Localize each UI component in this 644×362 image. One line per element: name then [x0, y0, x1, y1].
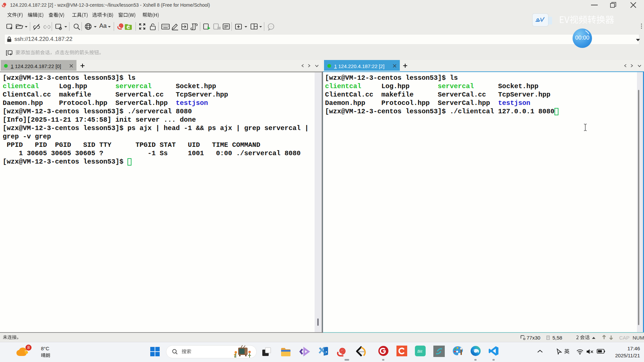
svg-text:Bit: Bit — [417, 349, 423, 354]
